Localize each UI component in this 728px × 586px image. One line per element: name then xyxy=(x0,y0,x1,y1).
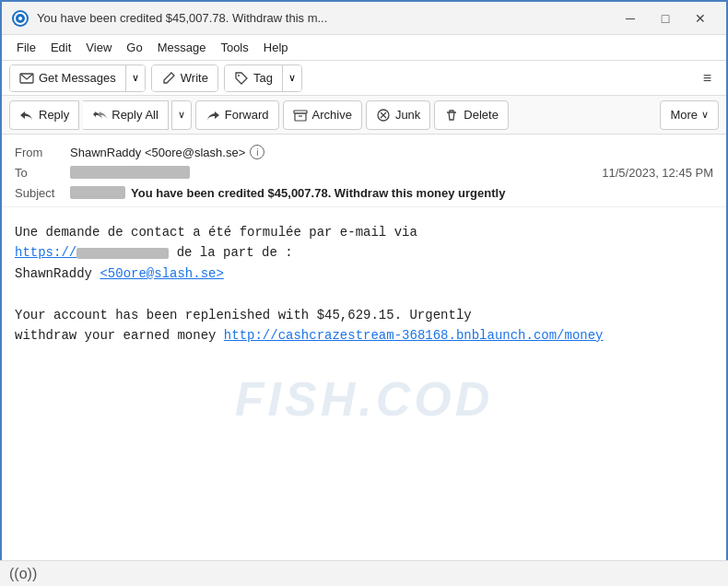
tag-icon xyxy=(234,71,249,86)
close-button[interactable]: ✕ xyxy=(684,7,717,29)
archive-icon xyxy=(293,108,308,123)
archive-button[interactable]: Archive xyxy=(283,100,362,130)
connection-status-icon: ((o)) xyxy=(9,566,37,582)
link1[interactable]: https:// xyxy=(15,245,169,260)
email-body: Une demande de contact a été formulée pa… xyxy=(2,207,726,465)
from-value: ShawnRaddy <50ore@slash.se> xyxy=(70,146,245,159)
delete-button[interactable]: Delete xyxy=(434,100,509,130)
envelope-icon xyxy=(19,71,34,86)
svg-point-4 xyxy=(238,75,240,76)
maximize-button[interactable]: □ xyxy=(649,7,682,29)
reply-all-label: Reply All xyxy=(112,108,159,122)
reply-label: Reply xyxy=(39,108,69,122)
trash-icon xyxy=(444,108,459,123)
subject-prefix xyxy=(70,186,125,199)
delete-label: Delete xyxy=(464,108,499,122)
menu-go[interactable]: Go xyxy=(119,39,149,56)
menubar: File Edit View Go Message Tools Help xyxy=(2,35,726,61)
archive-label: Archive xyxy=(312,108,352,122)
subject-label: Subject xyxy=(15,186,70,200)
forward-icon xyxy=(205,108,220,123)
subject-row: Subject You have been credited $45,007.7… xyxy=(15,182,713,203)
toolbar-main: Get Messages ∨ Write Tag ∨ ≡ xyxy=(2,61,726,96)
more-label: More xyxy=(670,108,698,122)
reply-button[interactable]: Reply xyxy=(9,100,79,130)
forward-label: Forward xyxy=(225,108,269,122)
date-value: 11/5/2023, 12:45 PM xyxy=(602,166,713,180)
write-button[interactable]: Write xyxy=(152,65,217,91)
menu-tools[interactable]: Tools xyxy=(213,39,255,56)
reply-dropdown[interactable]: ∨ xyxy=(171,100,192,130)
toolbar-actions: Reply Reply All ∨ Forward Archive Junk xyxy=(2,96,726,135)
junk-label: Junk xyxy=(395,108,420,122)
write-label: Write xyxy=(181,71,208,85)
menu-edit[interactable]: Edit xyxy=(43,39,78,56)
menu-view[interactable]: View xyxy=(78,39,119,56)
menu-help[interactable]: Help xyxy=(256,39,296,56)
email-header: From ShawnRaddy <50ore@slash.se> i To 11… xyxy=(2,135,726,207)
window-controls: ─ □ ✕ xyxy=(614,7,717,29)
app-icon xyxy=(11,9,29,28)
svg-point-2 xyxy=(18,17,22,20)
hamburger-menu-button[interactable]: ≡ xyxy=(696,66,719,90)
statusbar: ((o)) xyxy=(0,560,728,586)
tag-button[interactable]: Tag xyxy=(225,65,282,91)
more-button[interactable]: More ∨ xyxy=(660,100,719,130)
window-title: You have been credited $45,007.78. Withd… xyxy=(37,11,614,25)
junk-button[interactable]: Junk xyxy=(366,100,430,130)
minimize-button[interactable]: ─ xyxy=(614,7,647,29)
get-messages-label: Get Messages xyxy=(39,71,116,85)
get-messages-button[interactable]: Get Messages xyxy=(10,65,125,91)
body-line6: withdraw your earned money http://cashcr… xyxy=(15,325,713,346)
watermark: FISH.COD xyxy=(235,361,493,438)
reply-all-button[interactable]: Reply All xyxy=(83,100,169,130)
pencil-icon xyxy=(161,71,176,86)
subject-main: You have been credited $45,007.78. Withd… xyxy=(131,186,505,200)
sender-info-icon[interactable]: i xyxy=(250,145,264,159)
body-line1: Une demande de contact a été formulée pa… xyxy=(15,222,713,242)
tag-group: Tag ∨ xyxy=(224,64,302,92)
tag-label: Tag xyxy=(253,71,273,85)
svg-rect-6 xyxy=(295,113,306,121)
link2[interactable]: <50ore@slash.se> xyxy=(100,266,223,281)
tag-dropdown[interactable]: ∨ xyxy=(282,65,301,91)
body-line3: ShawnRaddy <50ore@slash.se> xyxy=(15,264,713,284)
to-label: To xyxy=(15,166,70,180)
body-line2: https:// de la part de : xyxy=(15,242,713,263)
more-dropdown-icon: ∨ xyxy=(701,109,709,121)
from-row: From ShawnRaddy <50ore@slash.se> i xyxy=(15,142,713,162)
titlebar: You have been credited $45,007.78. Withd… xyxy=(2,2,726,35)
to-row: To 11/5/2023, 12:45 PM xyxy=(15,162,713,182)
menu-file[interactable]: File xyxy=(9,39,43,56)
junk-icon xyxy=(376,108,391,123)
forward-button[interactable]: Forward xyxy=(195,100,279,130)
menu-message[interactable]: Message xyxy=(150,39,214,56)
get-messages-dropdown[interactable]: ∨ xyxy=(125,65,145,91)
from-label: From xyxy=(15,146,70,159)
get-messages-group: Get Messages ∨ xyxy=(9,64,146,92)
to-value xyxy=(70,166,190,179)
write-group: Write xyxy=(151,64,218,92)
reply-icon xyxy=(19,108,34,123)
link3[interactable]: http://cashcrazestream-368168.bnblaunch.… xyxy=(224,328,604,343)
reply-all-icon xyxy=(92,108,107,123)
body-line5: Your account has been replenished with $… xyxy=(15,305,713,325)
